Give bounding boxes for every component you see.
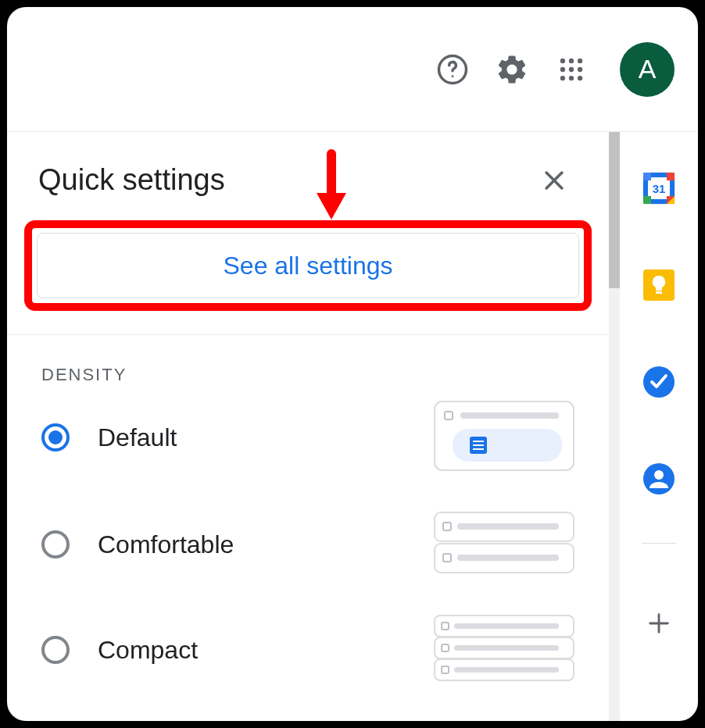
scrollbar[interactable]: [609, 132, 620, 721]
svg-rect-48: [643, 173, 651, 180]
tasks-app-icon[interactable]: [642, 365, 676, 399]
scrollbar-thumb[interactable]: [609, 132, 620, 288]
density-preview-compact: [434, 615, 574, 685]
svg-point-5: [560, 66, 565, 71]
density-section-label: DENSITY: [7, 335, 609, 401]
svg-point-2: [560, 58, 565, 62]
apps-grid-icon[interactable]: [553, 51, 590, 88]
svg-rect-28: [457, 555, 559, 561]
svg-point-8: [560, 75, 565, 80]
rail-divider: [642, 543, 676, 544]
density-option-compact[interactable]: Compact: [41, 615, 574, 685]
svg-rect-22: [473, 448, 484, 450]
svg-point-1: [452, 75, 454, 77]
svg-rect-37: [454, 667, 559, 673]
see-all-settings-button[interactable]: See all settings: [37, 233, 579, 298]
svg-point-9: [569, 75, 574, 80]
svg-rect-34: [454, 645, 559, 651]
svg-point-7: [578, 66, 582, 71]
density-option-comfortable[interactable]: Comfortable: [41, 512, 574, 577]
close-icon[interactable]: [539, 165, 570, 196]
svg-rect-31: [454, 623, 559, 629]
svg-rect-18: [453, 429, 562, 462]
density-preview-default: [434, 401, 574, 474]
radio-selected-icon: [41, 423, 70, 451]
density-label: Compact: [98, 636, 434, 665]
svg-rect-25: [457, 523, 559, 530]
add-app-icon[interactable]: [642, 606, 676, 641]
contacts-app-icon[interactable]: [642, 462, 676, 496]
svg-rect-52: [656, 291, 662, 294]
account-avatar[interactable]: A: [620, 42, 675, 97]
density-label: Comfortable: [98, 530, 434, 559]
density-preview-comfortable: [434, 512, 574, 577]
svg-rect-20: [473, 441, 484, 442]
svg-point-55: [654, 470, 664, 480]
svg-point-4: [578, 58, 582, 62]
svg-point-6: [569, 66, 574, 71]
density-label: Default: [98, 423, 434, 452]
gear-icon[interactable]: [493, 51, 531, 88]
radio-unselected-icon: [41, 530, 70, 558]
svg-point-10: [578, 75, 582, 80]
svg-rect-46: [667, 173, 675, 180]
svg-rect-21: [473, 444, 484, 446]
radio-unselected-icon: [41, 636, 70, 664]
svg-rect-47: [643, 196, 651, 204]
svg-point-3: [569, 58, 574, 62]
avatar-initial: A: [639, 54, 657, 84]
density-option-default[interactable]: Default: [41, 401, 574, 474]
help-icon[interactable]: [434, 51, 471, 88]
panel-title: Quick settings: [38, 163, 225, 197]
quick-settings-panel: Quick settings See all settings DENSITY …: [7, 132, 609, 721]
calendar-app-icon[interactable]: 31: [642, 171, 676, 205]
svg-rect-17: [460, 412, 559, 419]
svg-text:31: 31: [653, 182, 666, 195]
app-header: A: [7, 7, 698, 132]
annotation-highlight-box: See all settings: [24, 220, 592, 311]
keep-app-icon[interactable]: [642, 268, 676, 302]
side-rail: 31: [620, 132, 698, 721]
